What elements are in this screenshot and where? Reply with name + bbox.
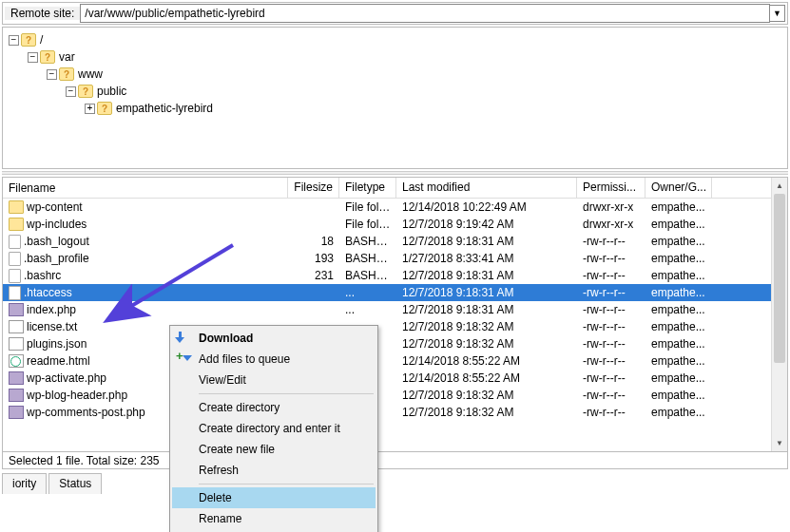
file-row[interactable]: .bashrc231BASHRC...12/7/2018 9:18:31 AM-… — [3, 267, 787, 284]
file-icon — [9, 200, 24, 214]
file-icon — [9, 389, 24, 402]
menu-add-to-queue[interactable]: Add files to queue — [172, 349, 376, 370]
tree-label: public — [97, 85, 126, 98]
file-modified: 1/27/2018 8:33:41 AM — [396, 251, 577, 266]
file-modified: 12/7/2018 9:18:31 AM — [396, 285, 577, 300]
folder-icon — [59, 67, 74, 81]
file-size — [288, 309, 339, 311]
remote-site-label: Remote site: — [5, 7, 80, 20]
file-modified: 12/7/2018 9:18:32 AM — [396, 336, 577, 352]
col-permissions[interactable]: Permissi... — [577, 178, 645, 198]
menu-create-directory-enter[interactable]: Create directory and enter it — [172, 418, 376, 439]
menu-create-directory[interactable]: Create directory — [172, 397, 376, 418]
file-owner: empathe... — [645, 234, 712, 249]
file-modified: 12/14/2018 10:22:49 AM — [396, 200, 577, 215]
scroll-up-icon[interactable]: ▲ — [772, 178, 787, 194]
file-modified: 12/7/2018 9:18:32 AM — [396, 405, 577, 420]
file-icon — [9, 320, 24, 333]
col-filesize[interactable]: Filesize — [288, 178, 339, 198]
scrollbar-vertical[interactable]: ▲ ▼ — [771, 178, 787, 451]
file-row[interactable]: wp-contentFile folder12/14/2018 10:22:49… — [3, 199, 787, 216]
file-permissions: -rw-r--r-- — [577, 405, 645, 420]
remote-tree[interactable]: −/−var−www−public+empathetic-lyrebird — [2, 27, 788, 169]
tab-priority[interactable]: iority — [2, 473, 47, 494]
tree-node[interactable]: +empathetic-lyrebird — [9, 100, 781, 117]
tree-expander[interactable]: − — [28, 52, 38, 63]
file-modified: 12/7/2018 9:18:32 AM — [396, 319, 577, 334]
context-menu: Download Add files to queue View/Edit Cr… — [169, 325, 378, 532]
file-type: File folder — [339, 217, 396, 232]
file-permissions: -rw-r--r-- — [577, 336, 645, 352]
menu-separator — [199, 484, 374, 484]
file-row[interactable]: wp-comments-post.php...12/7/2018 9:18:32… — [3, 404, 787, 421]
file-owner: empathe... — [645, 200, 712, 215]
col-owner[interactable]: Owner/G... — [645, 178, 712, 198]
scroll-thumb[interactable] — [774, 194, 785, 363]
chevron-down-icon[interactable]: ▼ — [770, 5, 785, 22]
folder-icon — [40, 50, 55, 64]
file-row[interactable]: wp-activate.php...12/14/2018 8:55:22 AM-… — [3, 370, 787, 387]
file-size: 231 — [288, 268, 339, 283]
file-name: wp-includes — [27, 218, 87, 231]
file-name: license.txt — [27, 320, 77, 333]
file-row[interactable]: plugins.json...12/7/2018 9:18:32 AM-rw-r… — [3, 335, 787, 352]
file-row[interactable]: wp-includesFile folder12/7/2018 9:19:42 … — [3, 216, 787, 233]
file-permissions: -rw-r--r-- — [577, 353, 645, 369]
menu-rename[interactable]: Rename — [172, 508, 376, 529]
file-icon — [9, 406, 24, 419]
remote-path-bar: Remote site: ▼ — [2, 2, 788, 25]
col-filename[interactable]: Filename — [3, 178, 288, 198]
tree-node[interactable]: −www — [9, 66, 781, 83]
menu-download[interactable]: Download — [172, 328, 376, 349]
col-modified[interactable]: Last modified — [396, 178, 577, 198]
file-permissions: -rw-r--r-- — [577, 234, 645, 249]
file-owner: empathe... — [645, 285, 712, 300]
file-icon — [9, 354, 24, 368]
tree-expander[interactable]: + — [85, 104, 95, 114]
file-permissions: -rw-r--r-- — [577, 285, 645, 300]
file-icon — [9, 235, 21, 249]
file-type: BASHRC... — [339, 268, 396, 283]
file-list-pane: Filename Filesize Filetype Last modified… — [2, 177, 788, 452]
menu-separator — [199, 393, 374, 394]
file-row[interactable]: .htaccess...12/7/2018 9:18:31 AM-rw-r--r… — [3, 284, 787, 301]
tree-node[interactable]: −var — [9, 48, 781, 66]
file-type: ... — [339, 302, 396, 317]
file-size — [288, 292, 339, 294]
tree-label: empathetic-lyrebird — [116, 102, 213, 115]
file-modified: 12/7/2018 9:18:31 AM — [396, 268, 577, 283]
tree-node[interactable]: −/ — [9, 31, 781, 48]
file-permissions: -rw-r--r-- — [577, 388, 645, 403]
col-filetype[interactable]: Filetype — [339, 178, 396, 198]
file-name: wp-comments-post.php — [27, 406, 145, 419]
tree-expander[interactable]: − — [9, 35, 19, 46]
file-row[interactable]: index.php...12/7/2018 9:18:31 AM-rw-r--r… — [3, 301, 787, 318]
file-type: File folder — [339, 200, 396, 215]
menu-create-file[interactable]: Create new file — [172, 439, 376, 460]
menu-view-edit[interactable]: View/Edit — [172, 370, 376, 390]
file-row[interactable]: wp-blog-header.php...12/7/2018 9:18:32 A… — [3, 387, 787, 404]
file-size: 193 — [288, 251, 339, 266]
download-icon — [176, 332, 191, 345]
tree-node[interactable]: −public — [9, 83, 781, 100]
file-row[interactable]: .bash_logout18BASH_L...12/7/2018 9:18:31… — [3, 233, 787, 250]
file-row[interactable]: license.txt...12/7/2018 9:18:32 AM-rw-r-… — [3, 318, 787, 335]
menu-refresh[interactable]: Refresh — [172, 460, 376, 481]
tree-expander[interactable]: − — [66, 86, 76, 97]
remote-path-input[interactable] — [80, 4, 770, 23]
file-row[interactable]: readme.html...12/14/2018 8:55:22 AM-rw-r… — [3, 352, 787, 370]
file-list-body[interactable]: wp-contentFile folder12/14/2018 10:22:49… — [3, 199, 787, 451]
file-row[interactable]: .bash_profile193BASH_P...1/27/2018 8:33:… — [3, 250, 787, 267]
menu-delete[interactable]: Delete — [172, 487, 376, 508]
file-name: readme.html — [27, 354, 90, 368]
file-owner: empathe... — [645, 388, 712, 403]
file-owner: empathe... — [645, 405, 712, 420]
file-type: ... — [339, 285, 396, 300]
file-name: wp-activate.php — [27, 371, 106, 385]
splitter-horizontal[interactable] — [2, 171, 788, 175]
file-icon — [9, 337, 24, 351]
tree-expander[interactable]: − — [47, 69, 57, 80]
tab-status[interactable]: Status — [48, 473, 102, 494]
scroll-down-icon[interactable]: ▼ — [772, 435, 787, 451]
file-size: 18 — [288, 234, 339, 249]
